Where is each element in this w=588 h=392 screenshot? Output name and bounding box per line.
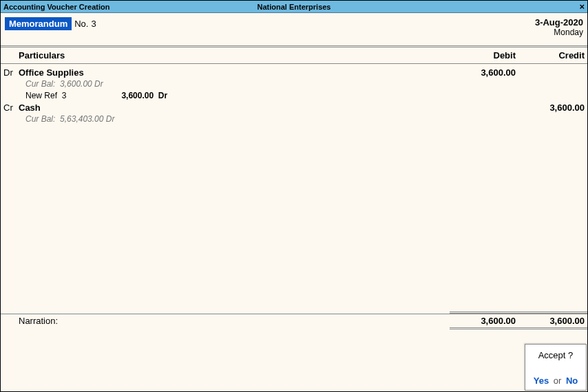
ref-drcr[interactable]: Dr (158, 91, 167, 100)
yes-button[interactable]: Yes (534, 375, 549, 386)
credit-amount[interactable]: 3,600.00 (516, 102, 585, 113)
totals-row: Narration: 3,600.00 3,600.00 (1, 314, 587, 327)
col-header-credit: Credit (516, 50, 585, 61)
ref-value[interactable]: 3 (62, 91, 67, 100)
entry-row[interactable]: Cr Cash 3,600.00 (3, 102, 585, 113)
accept-question: Accept ? (529, 350, 582, 360)
cur-bal-row: Cur Bal: 3,600.00 Dr (3, 78, 585, 90)
company-name: National Enterprises (258, 3, 331, 11)
ref-type[interactable]: New Ref (25, 91, 57, 100)
total-debit: 3,600.00 (447, 316, 516, 326)
title-bar: Accounting Voucher Creation National Ent… (1, 1, 587, 13)
voucher-header: Memorandum No. 3 3-Aug-2020 Monday (1, 13, 587, 40)
drcr-indicator[interactable]: Dr (3, 67, 19, 78)
voucher-type[interactable]: Memorandum (5, 17, 72, 30)
ref-row[interactable]: New Ref 3 3,600.00 Dr (3, 90, 585, 102)
debit-amount (447, 102, 516, 113)
col-header-particulars: Particulars (19, 50, 447, 61)
cur-bal-value: 3,600.00 Dr (60, 79, 103, 89)
debit-amount[interactable]: 3,600.00 (447, 67, 516, 78)
cur-bal-row: Cur Bal: 5,63,403.00 Dr (3, 113, 585, 125)
voucher-type-area: Memorandum No. 3 (5, 17, 96, 30)
cur-bal-value: 5,63,403.00 Dr (60, 114, 114, 124)
col-header-debit: Debit (447, 50, 516, 61)
voucher-no-value[interactable]: 3 (91, 19, 96, 29)
accept-dialog: Accept ? Yes or No (525, 344, 587, 391)
cur-bal-label: Cur Bal: (25, 114, 55, 124)
entry-row[interactable]: Dr Office Supplies 3,600.00 (3, 67, 585, 78)
close-icon[interactable]: × (579, 1, 585, 12)
voucher-no-label: No. (74, 19, 88, 29)
narration-label: Narration: (19, 316, 58, 326)
column-headers: Particulars Debit Credit (1, 47, 587, 64)
ref-amount[interactable]: 3,600.00 (121, 91, 154, 100)
credit-amount (516, 67, 585, 78)
ledger-name[interactable]: Cash (19, 102, 447, 113)
ledger-name[interactable]: Office Supplies (19, 67, 447, 78)
drcr-indicator[interactable]: Cr (3, 102, 19, 113)
total-credit: 3,600.00 (516, 316, 585, 326)
cur-bal-label: Cur Bal: (25, 79, 55, 89)
voucher-day: Monday (535, 28, 583, 37)
accept-actions: Yes or No (529, 375, 582, 386)
narration-input[interactable] (1, 329, 587, 335)
or-separator: or (552, 375, 564, 386)
entries-area[interactable]: Dr Office Supplies 3,600.00 Cur Bal: 3,6… (1, 64, 587, 312)
date-area: 3-Aug-2020 Monday (535, 17, 583, 37)
window-title: Accounting Voucher Creation (1, 3, 109, 11)
no-button[interactable]: No (566, 375, 578, 386)
voucher-date[interactable]: 3-Aug-2020 (535, 17, 583, 28)
